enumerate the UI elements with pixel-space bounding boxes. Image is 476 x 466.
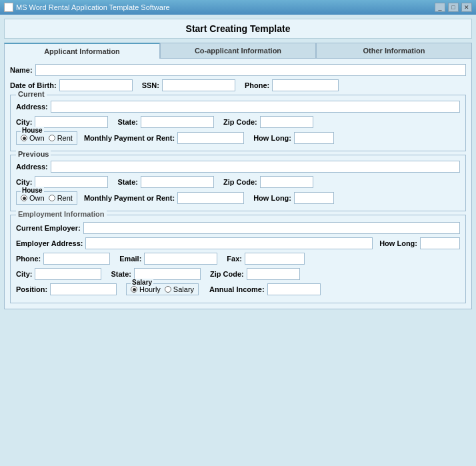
current-own-radio[interactable] — [21, 135, 27, 141]
current-own-label: Own — [29, 134, 45, 142]
tab-applicant[interactable]: Applicant Information — [4, 43, 160, 59]
dob-ssn-phone-row: Date of Birth: SSN: Phone: — [10, 79, 466, 91]
position-input[interactable] — [50, 283, 117, 295]
previous-rent-radio[interactable] — [49, 195, 55, 201]
hourly-radio[interactable] — [131, 286, 137, 293]
current-zip-input[interactable] — [260, 116, 313, 128]
employer-address-row: Employer Address: How Long: — [16, 237, 460, 249]
previous-monthly-input[interactable] — [177, 192, 244, 204]
employer-input[interactable] — [83, 222, 460, 234]
emp-city-label: City: — [16, 270, 32, 278]
employment-section-label: Employment Information — [16, 210, 107, 218]
current-monthly-input[interactable] — [177, 132, 244, 144]
page-header: Start Creating Template — [4, 19, 472, 39]
main-content: Start Creating Template Applicant Inform… — [0, 15, 476, 466]
current-howlong-label: How Long: — [253, 134, 291, 142]
ssn-label: SSN: — [142, 81, 159, 89]
current-house-row: House Own Rent Monthly Payment or Rent: … — [16, 131, 460, 145]
tab-bar: Applicant Information Co-applicant Infor… — [4, 43, 472, 59]
salary-option[interactable]: Salary — [165, 285, 194, 293]
form-area: Name: Date of Birth: SSN: Phone: Current… — [4, 59, 472, 309]
current-city-input[interactable] — [35, 116, 108, 128]
hourly-label: Hourly — [139, 285, 161, 293]
previous-own-label: Own — [29, 194, 45, 202]
emp-city-input[interactable] — [35, 268, 101, 280]
phone-label: Phone: — [245, 81, 269, 89]
previous-state-input[interactable] — [141, 176, 214, 188]
app-icon — [4, 3, 13, 12]
emp-state-label: State: — [111, 270, 131, 278]
employer-row: Current Employer: — [16, 222, 460, 234]
hourly-option[interactable]: Hourly — [131, 285, 161, 293]
previous-city-input[interactable] — [35, 176, 108, 188]
emp-phone-label: Phone: — [16, 255, 41, 263]
salary-label: Salary — [173, 285, 194, 293]
previous-zip-label: Zip Code: — [223, 178, 257, 186]
current-city-label: City: — [16, 118, 32, 126]
previous-address-row: Address: — [16, 161, 460, 173]
title-bar: MS Word Rental Application Template Soft… — [0, 0, 476, 15]
current-howlong-input[interactable] — [294, 132, 334, 144]
tab-other[interactable]: Other Information — [316, 43, 472, 59]
emp-howlong-input[interactable] — [420, 237, 460, 249]
annual-input[interactable] — [267, 283, 321, 295]
previous-own-option[interactable]: Own — [21, 194, 45, 202]
current-address-input[interactable] — [51, 101, 460, 113]
phone-input[interactable] — [272, 79, 339, 91]
salary-group-label: Salary — [131, 279, 153, 286]
current-address-label: Address: — [16, 103, 48, 111]
position-label: Position: — [16, 285, 47, 293]
name-row: Name: — [10, 64, 466, 76]
previous-own-radio[interactable] — [21, 195, 27, 201]
emp-howlong-label: How Long: — [379, 239, 417, 247]
previous-monthly-label: Monthly Payment or Rent: — [84, 194, 175, 202]
emp-phone-row: Phone: Email: Fax: — [16, 253, 460, 265]
current-house-label: House — [21, 127, 44, 134]
previous-city-label: City: — [16, 178, 32, 186]
current-monthly-label: Monthly Payment or Rent: — [84, 134, 175, 142]
current-rent-label: Rent — [57, 134, 73, 142]
emp-city-row: City: State: Zip Code: — [16, 268, 460, 280]
maximize-button[interactable]: □ — [448, 3, 459, 12]
current-state-input[interactable] — [141, 116, 214, 128]
current-address-row: Address: — [16, 101, 460, 113]
previous-house-row: House Own Rent Monthly Payment or Rent: … — [16, 191, 460, 205]
minimize-button[interactable]: _ — [435, 3, 445, 12]
employer-address-label: Employer Address: — [16, 239, 83, 247]
current-state-label: State: — [117, 118, 138, 126]
emp-email-input[interactable] — [144, 253, 217, 265]
name-label: Name: — [10, 66, 33, 74]
employment-section: Employment Information Current Employer:… — [10, 215, 466, 303]
previous-zip-input[interactable] — [260, 176, 313, 188]
close-button[interactable]: ✕ — [461, 3, 472, 12]
page-title: Start Creating Template — [186, 23, 291, 34]
previous-section-label: Previous — [16, 150, 51, 158]
current-rent-radio[interactable] — [49, 135, 55, 141]
previous-city-row: City: State: Zip Code: — [16, 176, 460, 188]
previous-address-label: Address: — [16, 163, 48, 171]
dob-label: Date of Birth: — [10, 81, 57, 89]
salary-group: Salary Hourly Salary — [126, 283, 199, 295]
current-rent-option[interactable]: Rent — [49, 134, 73, 142]
current-house-group: House Own Rent — [16, 131, 77, 145]
salary-radio[interactable] — [165, 286, 171, 293]
ssn-input[interactable] — [162, 79, 235, 91]
dob-input[interactable] — [59, 79, 133, 91]
emp-fax-input[interactable] — [245, 253, 305, 265]
previous-howlong-input[interactable] — [294, 192, 334, 204]
emp-fax-label: Fax: — [227, 255, 242, 263]
current-own-option[interactable]: Own — [21, 134, 45, 142]
emp-phone-input[interactable] — [43, 253, 110, 265]
previous-rent-option[interactable]: Rent — [49, 194, 73, 202]
previous-address-input[interactable] — [51, 161, 460, 173]
employer-address-input[interactable] — [85, 237, 373, 249]
emp-zip-label: Zip Code: — [210, 270, 244, 278]
previous-howlong-label: How Long: — [253, 194, 291, 202]
current-section-label: Current — [16, 90, 47, 98]
emp-zip-input[interactable] — [247, 268, 300, 280]
name-input[interactable] — [35, 64, 466, 76]
previous-rent-label: Rent — [57, 194, 73, 202]
previous-house-label: House — [21, 187, 44, 194]
app-title: MS Word Rental Application Template Soft… — [16, 3, 170, 11]
tab-coapplicant[interactable]: Co-applicant Information — [160, 43, 316, 59]
